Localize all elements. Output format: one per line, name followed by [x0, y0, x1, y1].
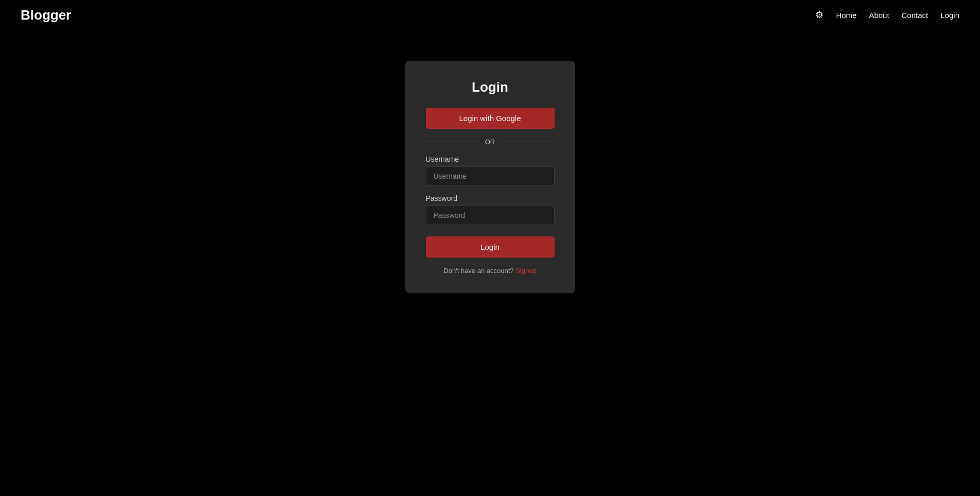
username-input[interactable]	[426, 166, 555, 186]
main-content: Login Login with Google OR Username Pass…	[0, 30, 980, 293]
login-with-google-button[interactable]: Login with Google	[426, 108, 555, 129]
username-label: Username	[426, 155, 555, 163]
login-title: Login	[426, 79, 555, 95]
brand-logo: Blogger	[21, 7, 71, 23]
login-button[interactable]: Login	[426, 236, 555, 258]
password-label: Password	[426, 194, 555, 202]
divider-line-left	[426, 142, 480, 142]
or-text: OR	[485, 138, 495, 146]
divider-line-right	[500, 142, 554, 142]
login-card: Login Login with Google OR Username Pass…	[405, 61, 575, 293]
nav-links: ⚙ Home About Contact Login	[815, 9, 959, 21]
or-divider: OR	[426, 138, 555, 146]
nav-home-link[interactable]: Home	[836, 11, 856, 20]
nav-login-link[interactable]: Login	[940, 11, 959, 20]
signup-prompt: Don't have an account? Signup	[426, 267, 555, 275]
signup-prompt-text: Don't have an account?	[443, 267, 513, 275]
password-group: Password	[426, 194, 555, 225]
gear-icon[interactable]: ⚙	[815, 9, 823, 21]
navbar: Blogger ⚙ Home About Contact Login	[0, 0, 980, 30]
signup-link[interactable]: Signup	[515, 267, 536, 275]
username-group: Username	[426, 155, 555, 186]
nav-about-link[interactable]: About	[869, 11, 889, 20]
password-input[interactable]	[426, 206, 555, 225]
nav-contact-link[interactable]: Contact	[902, 11, 929, 20]
